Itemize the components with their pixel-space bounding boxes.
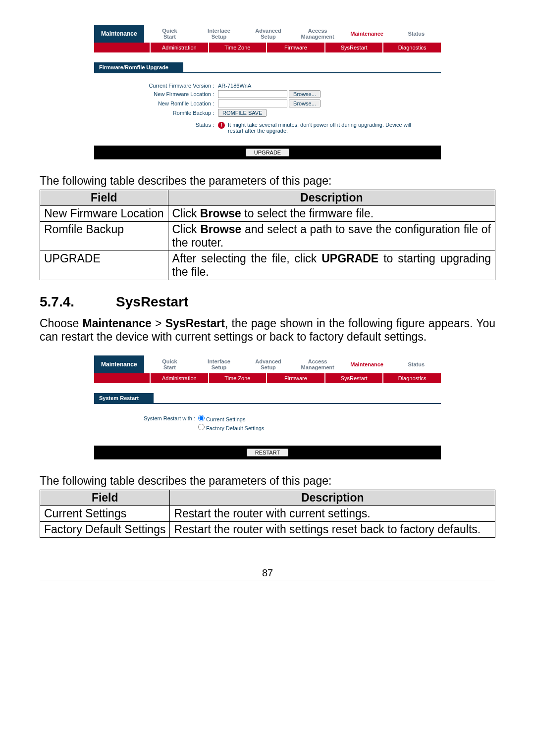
tab-status[interactable]: Status [391,355,441,373]
desc-cell: Restart the router with current settings… [170,506,495,522]
tab-access-management[interactable]: Access Management [293,25,342,43]
browse-romfile-button[interactable]: Browse... [289,100,321,107]
heading-number: 5.7.4. [40,294,74,309]
table-row: Current Settings Restart the router with… [40,506,495,522]
radio-factory-input[interactable] [198,424,205,430]
tab-label: Advanced Setup [249,358,288,370]
status-text: It might take several minutes, don't pow… [228,122,416,134]
warning-icon: ! [218,122,225,129]
upgrade-button[interactable]: UPGRADE [246,149,289,156]
subtab-administration[interactable]: Administration [150,373,208,383]
field-cell: Factory Default Settings [40,522,170,538]
subtab-administration[interactable]: Administration [150,43,208,52]
sysrestart-paragraph: Choose Maintenance > SysRestart, the pag… [40,317,495,344]
table-header: Field [40,190,168,206]
tab-access-management[interactable]: Access Management [293,355,342,373]
browse-firmware-button[interactable]: Browse... [289,90,321,98]
sub-tab-row: Administration Time Zone Firmware SysRes… [94,43,441,52]
main-tab-row: Maintenance Quick Start Interface Setup … [94,25,441,43]
sub-tab-row: Administration Time Zone Firmware SysRes… [94,373,441,383]
desc-cell: Click Browse to select the firmware file… [168,206,495,222]
subtab-firmware[interactable]: Firmware [266,43,324,52]
tab-advanced-setup[interactable]: Advanced Setup [244,25,293,43]
radio-factory-default[interactable]: Factory Default Settings [198,424,264,431]
intro-text-2: The following table describes the parame… [40,474,495,488]
tab-label: Maintenance [347,31,387,37]
tab-label: Interface Setup [199,358,239,370]
table-row: Factory Default Settings Restart the rou… [40,522,495,538]
tab-label: Quick Start [150,358,190,370]
sysrestart-screenshot: Maintenance Quick Start Interface Setup … [94,355,441,459]
subtab-sysrestart[interactable]: SysRestart [324,43,383,52]
tab-label: Status [396,31,436,37]
new-firmware-label: New Firmware Location : [94,91,218,97]
bottom-action-bar: RESTART [94,446,441,459]
tab-quick-start[interactable]: Quick Start [145,355,195,373]
tab-label: Advanced Setup [249,28,288,40]
field-cell: UPGRADE [40,251,168,280]
field-cell: Romfile Backup [40,222,168,251]
restart-with-label: System Restart with : [144,415,195,421]
main-tab-row: Maintenance Quick Start Interface Setup … [94,355,441,373]
subtab-time-zone[interactable]: Time Zone [208,43,267,52]
radio-label: Current Settings [206,416,245,422]
intro-text-1: The following table describes the parame… [40,174,495,188]
radio-label: Factory Default Settings [206,425,264,431]
restart-options: System Restart with : Current Settings F… [144,410,441,438]
table-header: Field [40,490,170,506]
subtab-sysrestart[interactable]: SysRestart [324,373,383,383]
desc-cell: Restart the router with settings reset b… [170,522,495,538]
field-cell: New Firmware Location [40,206,168,222]
radio-current-settings[interactable]: Current Settings [198,415,264,422]
current-version-value: AR-7186WnA [218,83,251,89]
parameter-table-1: Field Description New Firmware Location … [40,190,495,280]
romfile-save-button[interactable]: ROMFILE SAVE [218,109,267,117]
sidebar-label: Maintenance [94,355,145,373]
radio-current-input[interactable] [198,415,205,421]
tab-advanced-setup[interactable]: Advanced Setup [244,355,293,373]
current-version-label: Current Firmware Version : [94,83,218,89]
new-romfile-label: New Romfile Location : [94,101,218,106]
subtab-time-zone[interactable]: Time Zone [208,373,267,383]
desc-cell: After selecting the file, click UPGRADE … [168,251,495,280]
tab-interface-setup[interactable]: Interface Setup [194,25,244,43]
table-row: New Firmware Location Click Browse to se… [40,206,495,222]
tab-quick-start[interactable]: Quick Start [145,25,195,43]
desc-cell: Click Browse and select a path to save t… [168,222,495,251]
new-romfile-input[interactable] [218,100,287,107]
table-row: UPGRADE After selecting the file, click … [40,251,495,280]
firmware-upgrade-screenshot: Maintenance Quick Start Interface Setup … [94,25,441,159]
tab-interface-setup[interactable]: Interface Setup [194,355,244,373]
page-footer: 87 [40,567,495,581]
section-title: System Restart [94,393,154,403]
firmware-form: Current Firmware Version : AR-7186WnA Ne… [94,79,441,138]
tab-label: Maintenance [347,361,387,367]
tab-maintenance[interactable]: Maintenance [342,25,392,43]
subtab-diagnostics[interactable]: Diagnostics [382,43,441,52]
restart-button[interactable]: RESTART [247,449,288,456]
table-row: Romfile Backup Click Browse and select a… [40,222,495,251]
bottom-action-bar: UPGRADE [94,146,441,159]
tab-label: Interface Setup [199,28,239,40]
tab-label: Access Management [298,358,337,370]
romfile-backup-label: Romfile Backup : [94,110,218,116]
new-firmware-input[interactable] [218,90,287,98]
section-title: Firmware/Romfile Upgrade [94,62,183,72]
tab-label: Quick Start [150,28,190,40]
subtab-diagnostics[interactable]: Diagnostics [382,373,441,383]
field-cell: Current Settings [40,506,170,522]
tab-status[interactable]: Status [391,25,441,43]
page-number: 87 [262,567,273,578]
parameter-table-2: Field Description Current Settings Resta… [40,490,495,538]
tab-label: Access Management [298,28,337,40]
tab-label: Status [396,361,436,367]
subtab-firmware[interactable]: Firmware [266,373,324,383]
section-heading-sysrestart: 5.7.4.SysRestart [40,294,495,310]
table-header: Description [170,490,495,506]
status-label: Status : [94,122,218,134]
tab-maintenance[interactable]: Maintenance [342,355,392,373]
sidebar-label: Maintenance [94,25,145,43]
heading-title: SysRestart [116,294,188,309]
table-header: Description [168,190,495,206]
